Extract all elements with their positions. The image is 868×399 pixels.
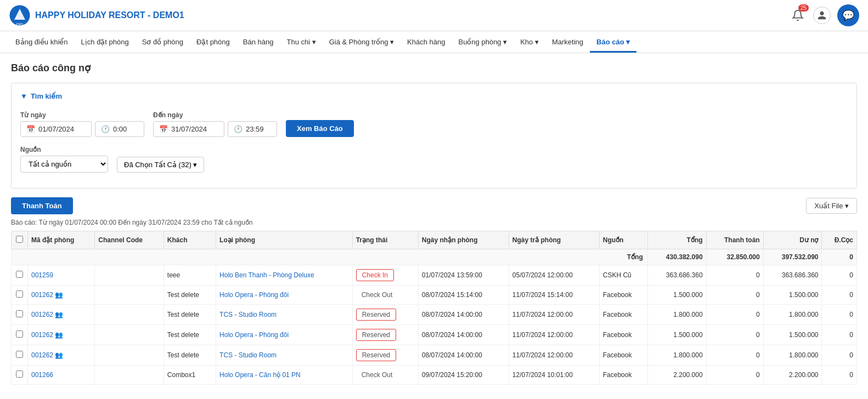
from-date-label: Từ ngày bbox=[20, 111, 144, 119]
nav-lich-dat-phong[interactable]: Lịch đặt phòng bbox=[75, 31, 136, 53]
room-type-link[interactable]: Holo Opera - Phòng đôi bbox=[219, 331, 289, 339]
nav-bang-dieu-khien[interactable]: Bảng điều khiển bbox=[9, 31, 75, 53]
calendar-icon-2: 📅 bbox=[159, 125, 168, 133]
nav-thu-chi[interactable]: Thu chi ▾ bbox=[280, 31, 322, 53]
col-nguon: Nguồn bbox=[599, 231, 647, 249]
nav-khach-hang[interactable]: Khách hàng bbox=[401, 31, 452, 53]
page-title: Báo cáo công nợ bbox=[11, 62, 857, 74]
nav-so-do-phong[interactable]: Sơ đồ phòng bbox=[136, 31, 190, 53]
cell-thanh-toan: 0 bbox=[706, 305, 763, 325]
booking-id-link[interactable]: 001262 bbox=[31, 291, 53, 299]
row-checkbox[interactable] bbox=[16, 310, 23, 317]
cell-trang-thai: Reserved bbox=[352, 345, 418, 366]
nav-dat-phong[interactable]: Đặt phòng bbox=[190, 31, 236, 53]
row-checkbox-cell bbox=[12, 286, 28, 305]
table-row: 001262 👥 Test delete Holo Opera - Phòng … bbox=[12, 325, 857, 345]
report-summary: Báo cáo: Từ ngày 01/07/2024 00:00 Đến ng… bbox=[11, 219, 857, 226]
table-row: 001262 👥 Test delete TCS - Studio Room R… bbox=[12, 305, 857, 325]
cell-trang-thai: Reserved bbox=[352, 305, 418, 325]
row-checkbox[interactable] bbox=[16, 371, 23, 378]
filter-box: ▼ Tìm kiếm Từ ngày 📅 01/07/2024 🕐 0:00 bbox=[11, 83, 857, 189]
cell-d-coc: 0 bbox=[822, 305, 857, 325]
group-icon: 👥 bbox=[55, 351, 63, 359]
group-icon: 👥 bbox=[55, 291, 63, 299]
booking-id-link[interactable]: 001266 bbox=[31, 371, 53, 379]
cell-du-no: 363.686.360 bbox=[763, 265, 822, 286]
table-header: Mã đặt phòng Channel Code Khách Loại phò… bbox=[12, 231, 857, 249]
nav-marketing[interactable]: Marketing bbox=[545, 31, 590, 53]
cell-d-coc: 0 bbox=[822, 345, 857, 366]
to-date-value: 31/07/2024 bbox=[171, 125, 207, 133]
cell-thanh-toan: 0 bbox=[706, 265, 763, 286]
nav-kho[interactable]: Kho ▾ bbox=[514, 31, 545, 53]
user-avatar[interactable] bbox=[813, 7, 831, 24]
booking-id-link[interactable]: 001259 bbox=[31, 271, 53, 279]
cell-tong: 363.686.360 bbox=[647, 265, 706, 286]
status-badge: Check Out bbox=[356, 369, 398, 380]
table-actions: Thanh Toán Xuất File ▾ bbox=[11, 197, 857, 214]
cell-channel-code bbox=[95, 305, 164, 325]
cell-du-no: 1.500.000 bbox=[763, 286, 822, 305]
header-right: 25 💬 bbox=[789, 4, 859, 26]
cell-ngay-nhan: 08/07/2024 15:14:00 bbox=[418, 286, 509, 305]
cell-ma-dat-phong: 001262 👥 bbox=[28, 286, 95, 305]
booking-id-link[interactable]: 001262 bbox=[31, 351, 53, 359]
status-badge: Reserved bbox=[356, 309, 396, 321]
table-row: 001262 👥 Test delete TCS - Studio Room R… bbox=[12, 345, 857, 366]
cell-d-coc: 0 bbox=[822, 366, 857, 385]
chat-bubble[interactable]: 💬 bbox=[837, 4, 859, 26]
row-checkbox[interactable] bbox=[16, 290, 23, 298]
booking-id-link[interactable]: 001262 bbox=[31, 311, 53, 318]
select-all-checkbox[interactable] bbox=[16, 236, 23, 243]
cell-nguon: Facebook bbox=[599, 305, 647, 325]
cell-thanh-toan: 0 bbox=[706, 286, 763, 305]
source-select[interactable]: Tất cả nguồn bbox=[20, 156, 108, 173]
to-date-input[interactable]: 📅 31/07/2024 bbox=[153, 121, 224, 137]
selected-dropdown-button[interactable]: Đã Chọn Tất Cả (32) ▾ bbox=[117, 157, 204, 173]
room-type-link[interactable]: TCS - Studio Room bbox=[219, 351, 277, 359]
cell-khach: Test delete bbox=[164, 345, 216, 366]
total-row: Tổng 430.382.090 32.850.000 397.532.090 … bbox=[12, 249, 857, 265]
cell-thanh-toan: 0 bbox=[706, 366, 763, 385]
room-type-link[interactable]: Holo Opera - Phòng đôi bbox=[219, 291, 289, 299]
export-button[interactable]: Xuất File ▾ bbox=[806, 198, 857, 214]
view-report-button[interactable]: Xem Báo Cáo bbox=[286, 120, 354, 137]
nav-ban-hang[interactable]: Bán hàng bbox=[236, 31, 280, 53]
nav-buong-phong[interactable]: Buồng phòng ▾ bbox=[452, 31, 514, 53]
col-khach: Khách bbox=[164, 231, 216, 249]
cell-channel-code bbox=[95, 265, 164, 286]
row-checkbox[interactable] bbox=[16, 271, 23, 278]
nav-bao-cao[interactable]: Báo cáo ▾ bbox=[590, 31, 636, 53]
from-date-value: 01/07/2024 bbox=[38, 125, 74, 133]
col-du-no: Dư nợ bbox=[763, 231, 822, 249]
col-d-coc: Đ.Cọc bbox=[822, 231, 857, 249]
from-time-input[interactable]: 🕐 0:00 bbox=[95, 121, 144, 137]
cell-channel-code bbox=[95, 325, 164, 345]
selected-group: Đã Chọn Tất Cả (32) ▾ bbox=[117, 144, 204, 173]
row-checkbox[interactable] bbox=[16, 330, 23, 338]
logo-icon: PMS bbox=[9, 4, 31, 26]
room-type-link[interactable]: Holo Opera - Căn hộ 01 PN bbox=[219, 371, 301, 379]
total-thanh-toan: 32.850.000 bbox=[706, 249, 763, 265]
room-type-link[interactable]: TCS - Studio Room bbox=[219, 311, 277, 318]
cell-khach: Combox1 bbox=[164, 366, 216, 385]
cell-ngay-nhan: 09/07/2024 15:20:00 bbox=[418, 366, 509, 385]
cell-nguon: Facebook bbox=[599, 286, 647, 305]
pay-button[interactable]: Thanh Toán bbox=[11, 197, 73, 214]
notification-bell[interactable]: 25 bbox=[789, 7, 807, 24]
cell-du-no: 2.200.000 bbox=[763, 366, 822, 385]
cell-khach: Test delete bbox=[164, 325, 216, 345]
from-date-input[interactable]: 📅 01/07/2024 bbox=[20, 121, 92, 137]
row-checkbox[interactable] bbox=[16, 351, 23, 358]
to-time-input[interactable]: 🕐 23:59 bbox=[228, 121, 277, 137]
to-date-label: Đến ngày bbox=[153, 111, 277, 119]
nav-gia-phong-trong[interactable]: Giá & Phòng trống ▾ bbox=[323, 31, 401, 53]
filter-row-source: Nguồn Tất cả nguồn Đã Chọn Tất Cả (32) ▾ bbox=[20, 144, 848, 173]
booking-id-link[interactable]: 001262 bbox=[31, 331, 53, 339]
total-label: Tổng bbox=[12, 249, 648, 265]
room-type-link[interactable]: Holo Ben Thanh - Phòng Deluxe bbox=[219, 271, 314, 279]
notif-badge: 25 bbox=[798, 4, 809, 12]
table-row: 001259 teee Holo Ben Thanh - Phòng Delux… bbox=[12, 265, 857, 286]
source-label: Nguồn bbox=[20, 146, 108, 153]
filter-header: ▼ Tìm kiếm bbox=[20, 92, 848, 100]
